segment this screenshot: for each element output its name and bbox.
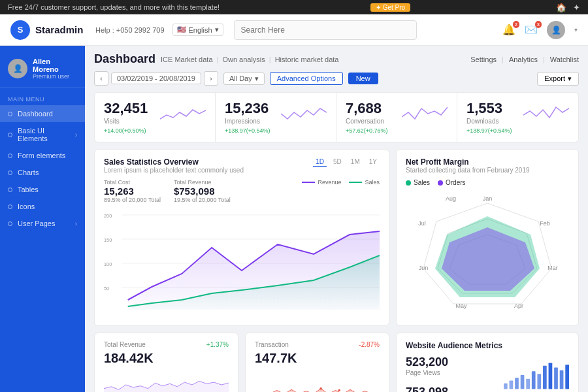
time-tab-1y[interactable]: 1Y: [367, 157, 380, 167]
top-banner: Free 24/7 customer support, updates, and…: [0, 0, 588, 14]
net-profit-title: Net Profit Margin: [406, 157, 569, 167]
revenue-change: +1.37%: [206, 341, 229, 348]
chart-legend: Revenue Sales: [302, 179, 380, 203]
main-content: Dashboard ICE Market data | Own analysis…: [85, 46, 588, 392]
sales-card-title-area: Sales Statistics Overview Lorem ipsum is…: [104, 157, 244, 174]
svg-rect-42: [565, 365, 569, 389]
date-nav: ‹ 03/02/2019 - 20/08/2019 ›: [94, 71, 218, 86]
stat-value: 1,553: [466, 101, 512, 116]
chevron-down-icon: ▾: [574, 26, 578, 33]
export-button[interactable]: Export ▾: [537, 72, 579, 86]
sidebar: 👤 Allen Moreno Premium user Main Menu Da…: [0, 46, 85, 392]
chevron-down-icon: ▾: [568, 74, 572, 83]
line-chart: 200 150 100 50: [104, 208, 380, 313]
audience-stats: 523,200 Page Views 753,098 Bounce Rate: [406, 355, 448, 392]
analytics-link[interactable]: Analytics: [509, 56, 538, 63]
advanced-options-button[interactable]: Advanced Options: [270, 72, 343, 85]
transaction-value: 147.7K: [255, 351, 380, 366]
subnav-item[interactable]: Historic market data: [275, 56, 339, 63]
stat-label: Downloads: [466, 118, 512, 125]
arrow-icon: ›: [75, 220, 77, 227]
date-range: 03/02/2019 - 20/08/2019: [111, 73, 201, 84]
sidebar-avatar: 👤: [8, 59, 27, 78]
new-button[interactable]: New: [348, 73, 378, 84]
day-select[interactable]: All Day ▾: [223, 73, 265, 85]
transaction-sparkline: [255, 368, 380, 392]
time-tab-1d[interactable]: 1D: [313, 157, 327, 167]
svg-text:Jan: Jan: [483, 195, 493, 202]
stat-value: 15,236: [225, 101, 270, 116]
logo-name: Staradmin: [35, 24, 83, 35]
search-input[interactable]: [234, 20, 417, 40]
revenue-value: 184.42K: [104, 351, 229, 366]
settings-link[interactable]: Settings: [470, 56, 497, 63]
prev-date-button[interactable]: ‹: [94, 71, 108, 86]
header-help: Help : +050 2992 709: [95, 26, 165, 34]
svg-text:Aug: Aug: [446, 195, 456, 202]
sidebar-item-dashboard[interactable]: Dashboard: [0, 105, 85, 122]
page-views-stat: 523,200 Page Views: [406, 355, 448, 376]
dot-icon: [8, 221, 12, 226]
legend-circle-orders: [438, 180, 443, 186]
stat-card-downloads: 1,553 Downloads +138.97(+0.54%): [457, 93, 578, 142]
watchlist-link[interactable]: Watchlist: [550, 56, 579, 63]
total-revenue: Total Revenue $753,098 19.5% of 20,000 T…: [174, 179, 231, 203]
home-icon[interactable]: 🏠: [556, 3, 566, 12]
sidebar-item-tables[interactable]: Tables: [0, 181, 85, 198]
layout: 👤 Allen Moreno Premium user Main Menu Da…: [0, 46, 588, 392]
stat-change: +138.97(+0.54%): [466, 127, 512, 134]
mail-icon[interactable]: ✉️3: [525, 24, 538, 36]
page-title: Dashboard: [94, 52, 155, 66]
sales-stats: Total Cost 15,263 89.5% of 20,000 Total …: [104, 179, 380, 203]
subnav-item[interactable]: Own analysis: [222, 56, 265, 63]
sub-nav: ICE Market data | Own analysis | Histori…: [161, 56, 338, 63]
time-tabs: 1D 5D 1M 1Y: [313, 157, 380, 167]
stat-change: +14.00(+0.50%): [104, 127, 148, 134]
svg-rect-37: [537, 374, 541, 389]
sub-header-left: Dashboard ICE Market data | Own analysis…: [94, 52, 338, 66]
stat-label: Conversation: [346, 118, 388, 125]
mini-chart: [281, 101, 327, 123]
sidebar-item-label: Tables: [18, 186, 39, 193]
time-tab-5d[interactable]: 5D: [331, 157, 344, 167]
sidebar-user-role: Premium user: [33, 73, 77, 80]
header-right: 🔔2 ✉️3 👤 ▾: [502, 21, 578, 39]
dot-icon: [8, 133, 12, 137]
content-grid: Sales Statistics Overview Lorem ipsum is…: [94, 149, 579, 326]
mini-card-header: Transaction -2.87%: [255, 341, 380, 348]
sidebar-item-basic-ui[interactable]: Basic UI Elements ›: [0, 122, 85, 147]
sidebar-item-charts[interactable]: Charts: [0, 164, 85, 181]
dot-icon: [8, 188, 12, 192]
get-pro-button[interactable]: ✦ Get Pro: [370, 3, 410, 12]
language-selector[interactable]: 🇺🇸 English ▾: [172, 24, 223, 36]
svg-rect-34: [521, 375, 525, 389]
stat-info: 7,688 Conversation +57.62(+0.76%): [346, 101, 388, 134]
chevron-down-icon: ▾: [255, 74, 259, 83]
avatar[interactable]: 👤: [547, 21, 565, 39]
subnav-item[interactable]: ICE Market data: [161, 56, 212, 63]
stat-card-visits: 32,451 Visits +14.00(+0.50%): [95, 93, 216, 142]
svg-rect-38: [543, 366, 547, 389]
audience-bar-chart: [504, 355, 569, 392]
star-icon[interactable]: ✦: [573, 3, 580, 12]
mini-chart: [402, 101, 448, 123]
stat-change: +57.62(+0.76%): [346, 127, 388, 134]
sidebar-item-icons[interactable]: Icons: [0, 198, 85, 215]
stat-label: Visits: [104, 118, 148, 125]
svg-rect-32: [510, 381, 514, 389]
audience-card: Website Audience Metrics 523,200 Page Vi…: [396, 333, 579, 392]
svg-text:Mar: Mar: [547, 265, 558, 271]
next-date-button[interactable]: ›: [204, 71, 218, 86]
toolbar: ‹ 03/02/2019 - 20/08/2019 › All Day ▾ Ad…: [94, 71, 579, 86]
sidebar-item-form[interactable]: Form elements: [0, 147, 85, 164]
svg-marker-23: [104, 382, 229, 392]
sidebar-user-info: Allen Moreno Premium user: [33, 57, 77, 80]
sidebar-item-user-pages[interactable]: User Pages ›: [0, 215, 85, 232]
sales-card-title: Sales Statistics Overview: [104, 157, 244, 167]
svg-point-28: [338, 389, 340, 391]
stat-card-impressions: 15,236 Impressions +138.97(+0.54%): [216, 93, 336, 142]
notification-icon[interactable]: 🔔2: [502, 24, 515, 36]
time-tab-1m[interactable]: 1M: [348, 157, 363, 167]
dot-icon: [8, 204, 12, 209]
svg-rect-41: [560, 370, 564, 389]
